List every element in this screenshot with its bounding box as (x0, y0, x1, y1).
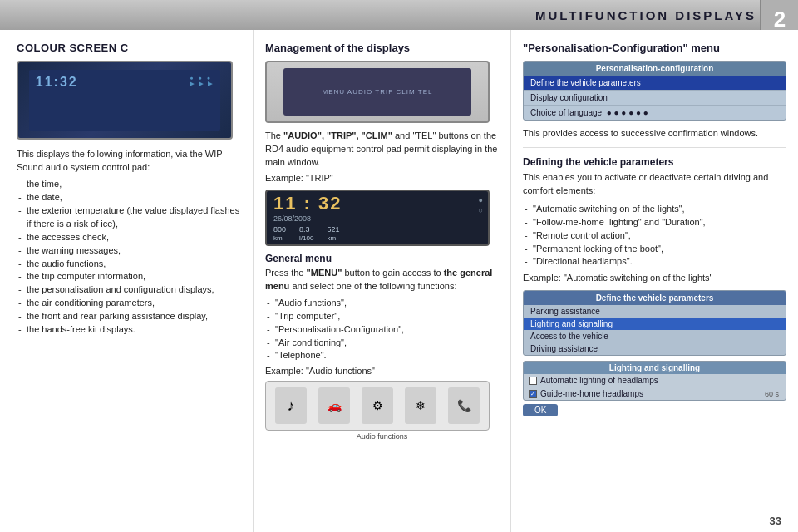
screen-time-display: 11:32 (36, 75, 78, 90)
persona-menu-item-2[interactable]: Choice of language ● ● ● ● ● ● (524, 106, 786, 120)
list-item: "Follow-me-home lighting" and "Duration"… (523, 216, 786, 229)
lighting-checkbox-1[interactable]: ✓ (529, 390, 537, 398)
trip-date: 26/08/2008 (273, 214, 481, 223)
display-para: The "AUDIO", "TRIP", "CLIM" and "TEL" bu… (265, 130, 499, 170)
audio-icon-clim: ❄ (405, 387, 436, 424)
general-menu-title: General menu (265, 253, 499, 264)
display-buttons-inner: MENU AUDIO TRIP CLIM TEL (283, 68, 471, 116)
screen-indicators: ● ● ●▶ ▶ ▶ (190, 75, 214, 87)
trip-display: 11 : 32 26/08/2008 800km 8.3l/100 521km … (265, 190, 490, 246)
lighting-header: Lighting and signalling (524, 362, 786, 374)
list-item: "Personalisation-Configuration", (265, 323, 499, 337)
menu-bold: "MENU" (307, 268, 342, 278)
trip-stat-1: 8.3l/100 (299, 225, 313, 242)
display-bold-text: "AUDIO", "TRIP", "CLIM" (283, 131, 392, 140)
page-number: 33 (770, 515, 781, 527)
list-item: the hands-free kit displays. (17, 323, 241, 337)
trip-time: 11 : 32 (273, 195, 481, 213)
general-menu-bold: the general menu (265, 268, 492, 291)
list-item: "Directional headlamps". (523, 255, 786, 268)
list-item: "Permanent locking of the boot", (523, 243, 786, 256)
list-item: "Trip computer", (265, 310, 499, 323)
audio-icons-container: ♪ 🚗 ⚙ ❄ 📞 (265, 381, 490, 431)
list-item: the warning messages, (17, 244, 241, 258)
persona-body-text: This provides access to successive confi… (523, 127, 786, 140)
list-item: the trip computer information, (17, 270, 241, 283)
trip-icons: ●○ (479, 196, 483, 214)
list-item: the accesses check, (17, 231, 241, 244)
lighting-item-1-label: Guide-me-home headlamps (540, 389, 643, 398)
list-item: the exterior temperature (the value disp… (17, 204, 241, 231)
list-item: "Automatic switching on of the lights", (523, 203, 786, 216)
list-item: "Air conditioning", (265, 337, 499, 350)
audio-icon-music: ♪ (275, 387, 307, 424)
audio-icon-config: ⚙ (362, 387, 393, 424)
list-item: the personalisation and configuration di… (17, 283, 241, 297)
vehicle-params-item-3[interactable]: Driving assistance (524, 342, 786, 355)
persona-section-title: "Personalisation-Configuration" menu (523, 42, 786, 56)
ok-container: OK (523, 404, 786, 416)
example-2: Example: "Audio functions" (265, 366, 499, 376)
audio-icon-trip: 🚗 (318, 387, 350, 424)
menu-items-list: "Audio functions", "Trip computer", "Per… (265, 297, 499, 363)
list-item: the air conditioning parameters, (17, 297, 241, 310)
persona-menu-item-0[interactable]: Define the vehicle parameters (524, 76, 786, 91)
right-column: "Personalisation-Configuration" menu Per… (511, 30, 798, 532)
vehicle-params-header: Define the vehicle parameters (524, 291, 786, 305)
left-column: COLOUR SCREEN C 11:32 ● ● ●▶ ▶ ▶ This di… (0, 30, 254, 532)
page-title: MULTIFUNCTION DISPLAYS (535, 8, 756, 22)
vehicle-params-box: Define the vehicle parameters Parking as… (523, 290, 786, 356)
trip-stats: 800km 8.3l/100 521km (273, 225, 481, 242)
vehicle-params-item-2[interactable]: Access to the vehicle (524, 330, 786, 342)
colour-screen-image: 11:32 ● ● ●▶ ▶ ▶ (17, 61, 233, 140)
display-buttons-image: MENU AUDIO TRIP CLIM TEL (265, 61, 490, 123)
display-text-before: The (265, 131, 283, 140)
defining-body: This enables you to activate or deactiva… (523, 171, 786, 198)
page-header: MULTIFUNCTION DISPLAYS 2 (0, 0, 798, 30)
persona-menu-item-1[interactable]: Display configuration (524, 91, 786, 106)
lighting-checkbox-0[interactable] (529, 377, 537, 385)
lighting-item-0[interactable]: Automatic lighting of headlamps (524, 374, 786, 387)
trip-stat-0: 800km (273, 225, 286, 242)
mid-column: Management of the displays MENU AUDIO TR… (254, 30, 511, 532)
persona-menu-header: Personalisation-configuration (524, 62, 786, 76)
screen-display: 11:32 ● ● ●▶ ▶ ▶ (29, 70, 220, 131)
audio-icons-label: Audio functions (265, 432, 499, 441)
list-item: "Audio functions", (265, 297, 499, 310)
divider-1 (523, 147, 786, 148)
mid-section-title: Management of the displays (265, 42, 499, 54)
lighting-value-1: 60 s (765, 390, 779, 398)
vehicle-params-item-0[interactable]: Parking assistance (524, 305, 786, 318)
left-section-title: COLOUR SCREEN C (17, 42, 241, 54)
example-1: Example: "TRIP" (265, 173, 499, 183)
defining-title: Defining the vehicle parameters (523, 156, 786, 168)
list-item: the front and rear parking assistance di… (17, 310, 241, 323)
defining-example: Example: "Automatic switching on of the … (523, 272, 786, 285)
general-menu-para: Press the "MENU" button to gain access t… (265, 267, 499, 293)
defining-bullets-list: "Automatic switching on of the lights", … (523, 203, 786, 269)
list-item: "Telephone". (265, 349, 499, 362)
left-body-intro: This displays the following information,… (17, 148, 241, 175)
audio-icon-tel: 📞 (448, 387, 480, 424)
left-bullet-list: the time, the date, the exterior tempera… (17, 178, 241, 337)
list-item: the date, (17, 191, 241, 204)
lighting-item-1[interactable]: ✓ Guide-me-home headlamps 60 s (524, 387, 786, 400)
list-item: "Remote control action", (523, 229, 786, 243)
main-content: COLOUR SCREEN C 11:32 ● ● ●▶ ▶ ▶ This di… (0, 30, 798, 532)
persona-menu-box: Personalisation-configuration Define the… (523, 61, 786, 121)
ok-button[interactable]: OK (523, 404, 558, 416)
list-item: the audio functions, (17, 258, 241, 271)
vehicle-params-item-1[interactable]: Lighting and signalling (524, 318, 786, 330)
trip-stat-2: 521km (327, 225, 339, 242)
lighting-box: Lighting and signalling Automatic lighti… (523, 361, 786, 401)
lighting-item-0-label: Automatic lighting of headlamps (540, 376, 658, 385)
list-item: the time, (17, 178, 241, 191)
